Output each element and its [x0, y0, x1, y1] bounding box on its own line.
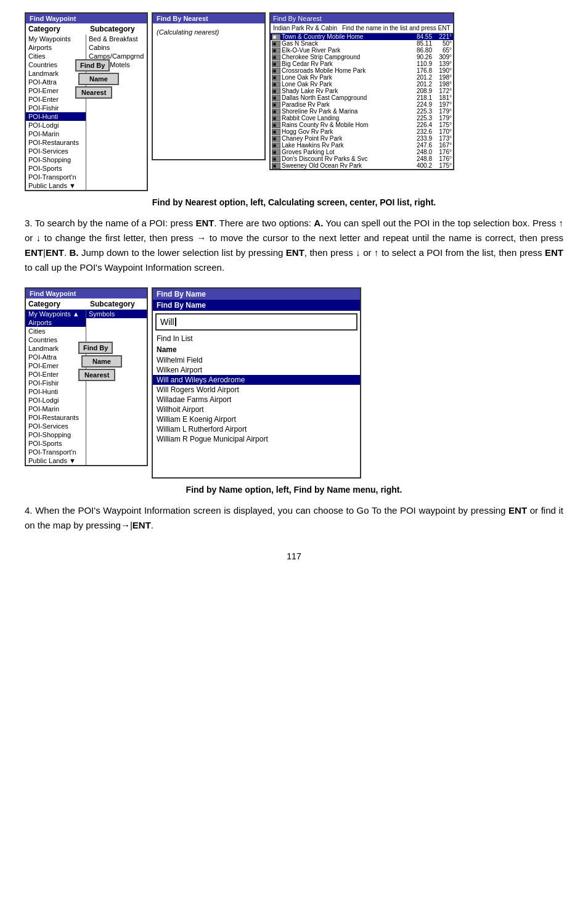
- fbn-bearing: 181°: [433, 94, 452, 101]
- fbn-result-name: Groves Parking Lot: [282, 149, 409, 155]
- cat-bottom-landmark[interactable]: Landmark: [26, 344, 86, 353]
- sub-cabins[interactable]: Cabins: [86, 43, 147, 52]
- page-number: 117: [25, 551, 563, 561]
- option-a-label: A.: [314, 218, 323, 228]
- cat-bottom-poi-fishir[interactable]: POI-Fishir: [26, 379, 86, 387]
- fbn-result-row[interactable]: ▣ Rains County Rv & Mobile Hom 226.4 175…: [271, 121, 453, 128]
- fbn-result-row[interactable]: ▣ Lone Oak Rv Park 201.2 198°: [271, 81, 453, 88]
- cat-bottom-poi-services[interactable]: POI-Services: [26, 422, 86, 430]
- cat-bottom-poi-sports[interactable]: POI-Sports: [26, 439, 86, 448]
- fbn-result-row[interactable]: ▣ Don's Discount Rv Parks & Svc 248.8 17…: [271, 155, 453, 162]
- ent-key-1: ENT: [195, 218, 214, 228]
- fbn-top-row: Indian Park Rv & Cabin Find the name in …: [271, 23, 453, 33]
- name-popup-top[interactable]: Name: [78, 73, 119, 85]
- fbn-result-row[interactable]: ▣ Shoreline Rv Park & Marina 225.3 179°: [271, 108, 453, 115]
- fbn-result-name: Big Cedar Rv Park: [282, 60, 409, 67]
- cat-poi-fishir[interactable]: POI-Fishir: [26, 104, 86, 112]
- fbn-result-row[interactable]: ▣ Hogg Gov Rv Park 232.6 170°: [271, 128, 453, 135]
- fbn-bearing: 176°: [433, 149, 452, 155]
- airport-list-item[interactable]: Willadae Farms Airport: [153, 395, 360, 405]
- cat-bottom-poi-restaurants[interactable]: POI-Restaurants: [26, 413, 86, 422]
- fbn-result-row[interactable]: ▣ Big Cedar Rv Park 110.9 139°: [271, 60, 453, 67]
- fbn-distance: 400.2: [410, 162, 432, 169]
- ent-key-2: ENT: [25, 247, 43, 258]
- cat-poi-restaurants[interactable]: POI-Restaurants: [26, 138, 86, 147]
- rv-icon: ▣: [272, 129, 280, 135]
- fbn-result-name: Sweeney Old Ocean Rv Park: [282, 162, 409, 169]
- cat-my-waypoints[interactable]: My Waypoints: [26, 35, 86, 43]
- fbn-result-name: Town & Country Mobile Home: [282, 33, 409, 40]
- fbn-bearing: 175°: [433, 121, 452, 128]
- fbn-result-row[interactable]: ▣ Dallas North East Campground 218.1 181…: [271, 94, 453, 101]
- fbn-result-row[interactable]: ▣ Town & Country Mobile Home 84.55 221°: [271, 33, 453, 40]
- cat-poi-transportn[interactable]: POI-Transport'n: [26, 173, 86, 181]
- cat-bottom-poi-enter[interactable]: POI-Enter: [26, 370, 86, 379]
- fbn-result-row[interactable]: ▣ Gas N Snack 85.11 50°: [271, 40, 453, 47]
- cat-bottom-poi-shopping[interactable]: POI-Shopping: [26, 430, 86, 439]
- find-by-popup-bottom[interactable]: Find By: [78, 342, 113, 354]
- airport-list-item[interactable]: Wilhelmi Field: [153, 355, 360, 365]
- cat-bottom-public-lands[interactable]: Public Lands ▼: [26, 456, 86, 465]
- airport-list-item-selected[interactable]: Will and Wileys Aerodrome: [153, 375, 360, 385]
- fbn-result-row[interactable]: ▣ Sweeney Old Ocean Rv Park 400.2 175°: [271, 162, 453, 169]
- fbn-result-row[interactable]: ▣ Lone Oak Rv Park 201.2 198°: [271, 74, 453, 81]
- ent-key-5: ENT: [545, 247, 563, 258]
- nearest-popup-bottom[interactable]: Nearest: [78, 369, 115, 381]
- fbn-result-row[interactable]: ▣ Paradise Rv Park 224.9 197°: [271, 101, 453, 108]
- cat-bottom-poi-attra[interactable]: POI-Attra: [26, 353, 86, 361]
- find-by-name-search-box[interactable]: Will: [155, 313, 357, 331]
- cat-bottom-poi-marin[interactable]: POI-Marin: [26, 405, 86, 413]
- cat-bottom-cities[interactable]: Cities: [26, 327, 86, 335]
- category-header-bottom: Category: [28, 300, 90, 308]
- airport-list-item[interactable]: William E Koenig Airport: [153, 414, 360, 424]
- fbn-result-row[interactable]: ▣ Elk-O-Vue River Park 86.80 65°: [271, 47, 453, 54]
- cat-poi-attra[interactable]: POI-Attra: [26, 78, 86, 86]
- cat-poi-marin[interactable]: POI-Marin: [26, 130, 86, 138]
- fbn-bearing: 179°: [433, 115, 452, 121]
- fbn-result-row[interactable]: ▣ Shady Lake Rv Park 208.9 172°: [271, 88, 453, 94]
- fbn-result-row[interactable]: ▣ Crossroads Mobile Home Park 176.8 190°: [271, 67, 453, 74]
- airport-list-item[interactable]: Wilken Airport: [153, 365, 360, 375]
- fbn-result-row[interactable]: ▣ Groves Parking Lot 248.0 176°: [271, 149, 453, 155]
- cat-poi-sports[interactable]: POI-Sports: [26, 164, 86, 173]
- fbn-bearing: 176°: [433, 155, 452, 162]
- rv-icon: ▣: [272, 142, 280, 149]
- cat-bottom-poi-emer[interactable]: POI-Emer: [26, 361, 86, 370]
- fbn-result-name: Hogg Gov Rv Park: [282, 128, 409, 135]
- fbn-distance: 225.3: [410, 108, 432, 115]
- airport-list-item[interactable]: Willhoit Airport: [153, 405, 360, 414]
- sub-bottom-symbols[interactable]: Symbols: [86, 310, 147, 318]
- cat-bottom-airports[interactable]: Airports: [26, 318, 86, 327]
- cat-airports[interactable]: Airports: [26, 43, 86, 52]
- fbn-result-row[interactable]: ▣ Rabbit Cove Landing 225.3 179°: [271, 115, 453, 121]
- fbn-result-name: Gas N Snack: [282, 40, 409, 47]
- fbn-result-row[interactable]: ▣ Lake Hawkins Rv Park 247.6 167°: [271, 142, 453, 149]
- cat-bottom-my-waypoints[interactable]: My Waypoints ▲: [26, 310, 86, 318]
- text-cursor: [175, 318, 176, 326]
- rv-icon: ▣: [272, 68, 280, 74]
- airport-list-item[interactable]: William R Pogue Municipal Airport: [153, 434, 360, 444]
- airport-list-item[interactable]: William L Rutherford Airport: [153, 424, 360, 434]
- cat-poi-services[interactable]: POI-Services: [26, 147, 86, 155]
- name-popup-bottom[interactable]: Name: [81, 355, 122, 368]
- sub-bed-breakfast[interactable]: Bed & Breakfast: [86, 35, 147, 43]
- fbn-bearing: 170°: [433, 128, 452, 135]
- airport-list-item[interactable]: Will Rogers World Airport: [153, 385, 360, 395]
- fbn-result-row[interactable]: ▣ Chaney Point Rv Park 233.9 173°: [271, 135, 453, 142]
- cat-bottom-poi-transportn[interactable]: POI-Transport'n: [26, 448, 86, 456]
- fbn-result-row[interactable]: ▣ Cherokee Strip Campground 90.26 309°: [271, 54, 453, 60]
- cat-poi-lodgi[interactable]: POI-Lodgi: [26, 121, 86, 130]
- find-waypoint-panel-bottom: Find Waypoint Category Subcategory My Wa…: [25, 287, 148, 466]
- find-by-nearest-results-panel: Find By Nearest Indian Park Rv & Cabin F…: [269, 12, 454, 170]
- cat-bottom-poi-hunti[interactable]: POI-Hunti: [26, 387, 86, 396]
- cat-poi-hunti[interactable]: POI-Hunti: [26, 112, 86, 121]
- cat-bottom-countries[interactable]: Countries: [26, 335, 86, 344]
- nearest-label: Nearest: [81, 89, 106, 96]
- cat-poi-shopping[interactable]: POI-Shopping: [26, 155, 86, 164]
- cat-bottom-poi-lodgi[interactable]: POI-Lodgi: [26, 396, 86, 405]
- cat-public-lands[interactable]: Public Lands ▼: [26, 181, 86, 190]
- fbn-bearing: 175°: [433, 162, 452, 169]
- rv-icon: ▣: [272, 47, 280, 54]
- nearest-popup-top[interactable]: Nearest: [75, 86, 112, 99]
- find-by-popup-top[interactable]: Find By: [75, 59, 110, 72]
